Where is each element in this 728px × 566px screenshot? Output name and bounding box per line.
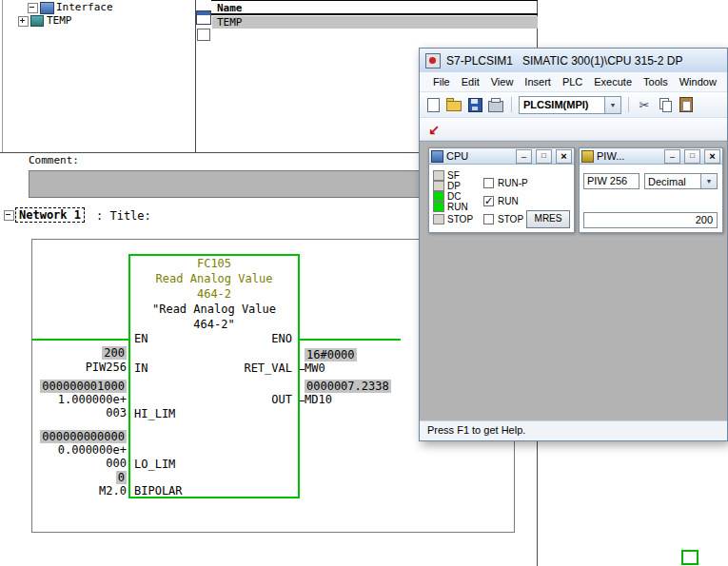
table-row[interactable] [212,16,538,29]
new-document-icon[interactable] [424,96,442,113]
block-comment-line2: 464-2" [128,318,300,331]
table-header-border [211,13,538,15]
background-window-fragment [681,550,698,565]
piw-window-title: PIW... [597,150,660,162]
cpu-window-icon [431,150,443,163]
led-run: RUN [433,202,468,212]
copy-icon[interactable] [657,96,674,113]
lo-lim-operand-line2[interactable]: 000 [27,458,127,470]
menu-view[interactable]: View [485,74,520,89]
led-dc: DC [433,191,461,202]
run-p-checkbox[interactable] [483,178,494,188]
declaration-row-icon [196,10,211,25]
cut-icon[interactable] [636,96,653,113]
pin-ret-val: RET_VAL [128,362,292,375]
chevron-down-icon[interactable] [604,97,620,113]
lo-lim-monitor-value[interactable]: 000000000000 [27,431,127,443]
declaration-sheet-icon [197,29,210,41]
piw-format-select[interactable]: Decimal [644,173,718,189]
cpu-window-titlebar[interactable]: CPU [429,148,574,165]
menu-execute[interactable]: Execute [588,74,638,89]
menu-insert[interactable]: Insert [519,74,557,89]
close-icon[interactable] [704,149,720,164]
comment-label: Comment: [29,154,79,166]
stop-checkbox-row: STOP [483,214,523,224]
table-cell-temp[interactable]: TEMP [217,16,243,29]
lo-lim-operand-line1[interactable]: 0.000000e+ [27,444,127,457]
close-icon[interactable] [556,149,572,164]
menu-tools[interactable]: Tools [638,74,674,89]
piw-format-value: Decimal [648,176,686,187]
stop-checkbox[interactable] [483,214,494,224]
out-operand[interactable]: MD10 [305,394,411,406]
open-folder-icon[interactable] [445,96,462,113]
collapse-icon[interactable] [28,3,38,13]
expand-icon[interactable] [18,16,29,27]
run-checkbox[interactable] [483,196,494,206]
in-monitor-value[interactable]: 200 [27,347,127,360]
temp-folder-icon [30,15,44,27]
network-number-label[interactable]: Network 1 [15,207,85,223]
maximize-icon[interactable] [536,149,552,164]
plcsim-app-icon [425,53,441,68]
bipolar-monitor-value[interactable]: 0 [27,472,127,484]
out-monitor-value[interactable]: 0000007.2338 [305,381,411,393]
hi-lim-operand-line2[interactable]: 003 [27,407,127,420]
ret-val-monitor-value[interactable]: 16#0000 [305,349,411,361]
tree-item-temp[interactable]: TEMP [47,14,72,27]
menu-file[interactable]: File [427,74,456,89]
led-dp: DP [433,181,461,191]
print-icon[interactable] [487,96,504,113]
run-p-checkbox-label: RUN-P [498,178,528,188]
table-top-border [211,0,538,1]
maximize-icon[interactable] [684,149,700,164]
cpu-window-title: CPU [446,150,512,162]
minimize-icon[interactable] [516,149,532,164]
piw-window: PIW... PIW 256 Decimal 200 [579,147,723,233]
network-collapse-icon[interactable] [4,210,14,221]
led-stop: STOP [433,214,473,224]
piw-value-field[interactable]: 200 [583,212,718,228]
hi-lim-operand-line1[interactable]: 1.000000e+ [27,394,127,406]
plcsim-menubar: File Edit View Insert PLC Execute Tools … [420,72,727,92]
stop-led-label: STOP [447,214,473,224]
step7-editor-screen: Interface TEMP Name TEMP Comment: Networ… [0,0,728,566]
in-operand[interactable]: PIW256 [27,361,127,374]
piw-address-input[interactable]: PIW 256 [583,173,639,189]
block-type-line2: 464-2 [128,287,300,301]
menu-plc[interactable]: PLC [557,74,588,89]
plcsim-mdi-area: CPU SF DP DC [420,141,727,420]
save-icon[interactable] [466,96,483,113]
cpu-window-body: SF DP DC RUN [429,165,574,232]
hi-lim-monitor-value[interactable]: 000000001000 [27,381,127,393]
block-name: FC105 [128,257,300,270]
dp-led-label: DP [447,181,461,191]
connection-select[interactable]: PLCSIM(MPI) [519,96,621,114]
block-comment-line1: "Read Analog Value [128,303,300,316]
chevron-down-icon[interactable] [700,174,717,188]
run-led-label: RUN [447,202,468,212]
run-p-checkbox-row: RUN-P [483,178,528,188]
toolbar-separator [628,97,629,112]
stop-led-indicator [433,214,444,224]
menu-edit[interactable]: Edit [456,74,485,89]
minimize-icon[interactable] [664,149,680,164]
ret-val-operand[interactable]: MW0 [305,362,411,375]
bipolar-operand[interactable]: M2.0 [27,485,127,498]
plcsim-toolbar-secondary [420,118,727,141]
paste-icon[interactable] [678,96,695,113]
piw-window-titlebar[interactable]: PIW... [580,148,722,165]
power-on-icon[interactable] [425,121,443,138]
tree-item-interface[interactable]: Interface [56,1,113,13]
plcsim-window: S7-PLCSIM1 SIMATIC 300(1)\CPU 315-2 DP F… [419,48,728,441]
plcsim-title: S7-PLCSIM1 SIMATIC 300(1)\CPU 315-2 DP [446,54,683,68]
mres-button[interactable]: MRES [526,210,570,228]
pin-eno: ENO [128,333,292,345]
cpu-window: CPU SF DP DC [428,147,575,233]
interface-icon [40,2,54,14]
network-title-label[interactable]: : Title: [96,209,151,223]
plcsim-titlebar[interactable]: S7-PLCSIM1 SIMATIC 300(1)\CPU 315-2 DP [420,49,727,72]
pin-out: OUT [128,394,292,406]
toolbar-separator [511,97,512,112]
menu-window[interactable]: Window [674,74,722,89]
